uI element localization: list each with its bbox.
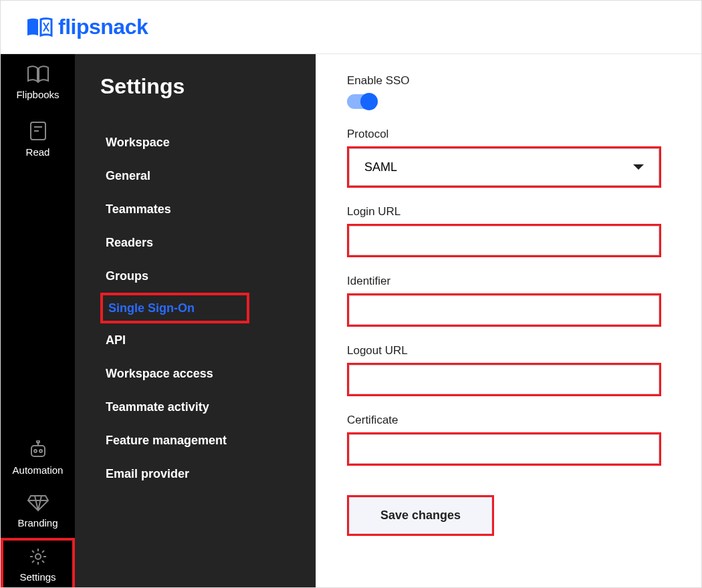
book-open-icon bbox=[27, 65, 49, 84]
subnav-title: Settings bbox=[100, 74, 316, 99]
login-url-label: Login URL bbox=[347, 205, 661, 218]
protocol-label: Protocol bbox=[347, 128, 661, 141]
left-rail: Flipbooks Read Automation Branding bbox=[1, 54, 75, 588]
rail-item-branding[interactable]: Branding bbox=[1, 484, 75, 538]
subnav-item-teammates[interactable]: Teammates bbox=[100, 192, 177, 226]
subnav-item-api[interactable]: API bbox=[100, 323, 131, 357]
rail-label: Read bbox=[26, 146, 50, 158]
book-icon bbox=[26, 17, 53, 38]
brand-logo[interactable]: flipsnack bbox=[26, 15, 148, 39]
settings-subnav: Settings Workspace General Teammates Rea… bbox=[75, 54, 316, 588]
subnav-item-feature-management[interactable]: Feature management bbox=[100, 424, 232, 457]
subnav-item-sso[interactable]: Single Sign-On bbox=[100, 293, 249, 323]
logout-url-label: Logout URL bbox=[347, 344, 661, 357]
subnav-item-workspace[interactable]: Workspace bbox=[100, 126, 175, 159]
certificate-input[interactable] bbox=[349, 434, 659, 464]
login-url-input[interactable] bbox=[349, 226, 659, 255]
enable-sso-label: Enable SSO bbox=[347, 74, 661, 88]
robot-icon bbox=[28, 440, 48, 459]
rail-item-flipbooks[interactable]: Flipbooks bbox=[1, 54, 75, 111]
rail-label: Automation bbox=[13, 464, 64, 476]
logout-url-input[interactable] bbox=[349, 365, 659, 394]
rail-item-automation[interactable]: Automation bbox=[1, 431, 75, 484]
subnav-item-email-provider[interactable]: Email provider bbox=[100, 457, 195, 490]
protocol-value: SAML bbox=[364, 160, 397, 174]
diamond-icon bbox=[27, 494, 49, 512]
main-panel: Enable SSO Protocol SAML Login URL Id bbox=[316, 54, 701, 588]
rail-item-read[interactable]: Read bbox=[1, 111, 75, 168]
rail-label: Branding bbox=[17, 517, 57, 529]
chevron-down-icon bbox=[633, 164, 644, 170]
subnav-item-readers[interactable]: Readers bbox=[100, 226, 158, 259]
subnav-item-workspace-access[interactable]: Workspace access bbox=[100, 357, 219, 390]
svg-point-8 bbox=[35, 554, 41, 559]
save-changes-button[interactable]: Save changes bbox=[349, 497, 492, 534]
svg-point-4 bbox=[34, 450, 37, 452]
protocol-select[interactable]: SAML bbox=[349, 148, 659, 186]
subnav-item-groups[interactable]: Groups bbox=[100, 259, 154, 293]
identifier-input[interactable] bbox=[349, 295, 659, 325]
rail-label: Flipbooks bbox=[16, 89, 59, 100]
app-header: flipsnack bbox=[1, 1, 701, 54]
svg-point-5 bbox=[39, 450, 42, 452]
certificate-label: Certificate bbox=[347, 414, 661, 427]
subnav-item-teammate-activity[interactable]: Teammate activity bbox=[100, 390, 215, 424]
gear-icon bbox=[29, 547, 47, 566]
rail-label: Settings bbox=[19, 571, 55, 583]
enable-sso-toggle[interactable] bbox=[347, 94, 378, 109]
document-icon bbox=[29, 121, 47, 141]
subnav-item-general[interactable]: General bbox=[100, 159, 156, 192]
brand-name: flipsnack bbox=[58, 15, 148, 39]
identifier-label: Identifier bbox=[347, 275, 661, 288]
rail-item-settings[interactable]: Settings bbox=[1, 538, 75, 588]
